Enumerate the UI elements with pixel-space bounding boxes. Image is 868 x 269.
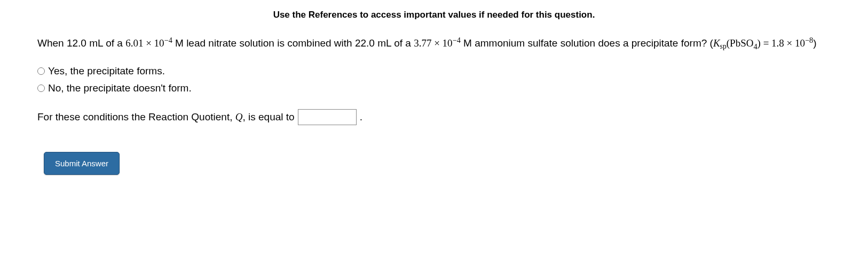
option-yes-row: Yes, the precipitate forms. — [37, 63, 831, 80]
quotient-symbol: Q — [235, 111, 243, 122]
ksp-sp: sp — [720, 42, 727, 50]
quotient-prefix: For these conditions the Reaction Quotie… — [37, 111, 235, 122]
ksp-value: 1.8 × 10−8 — [771, 37, 813, 49]
conc2-base: 3.77 — [414, 37, 431, 49]
header-instruction: Use the References to access important v… — [37, 10, 831, 20]
q-part-a: When — [37, 37, 67, 49]
q-part-c: M lead nitrate solution is combined with — [172, 37, 355, 49]
conc1-base: 6.01 — [125, 37, 143, 49]
option-no-row: No, the precipitate doesn't form. — [37, 80, 831, 97]
ksp-compound-4: 4 — [753, 42, 757, 51]
conc1-exp: −4 — [164, 36, 172, 44]
option-yes-radio[interactable] — [37, 67, 45, 75]
concentration-1: 6.01 × 10−4 — [125, 37, 172, 49]
q-part-d: mL of a — [375, 37, 414, 49]
conc2-exp: −4 — [453, 36, 461, 44]
quotient-middle: , is equal to — [242, 111, 294, 122]
q-part-f: ) — [813, 37, 816, 49]
option-no-label: No, the precipitate doesn't form. — [48, 80, 192, 97]
submit-button[interactable]: Submit Answer — [44, 152, 120, 175]
ksp-compound: PbSO — [730, 37, 753, 49]
times-3: × 10 — [784, 37, 805, 49]
option-no-radio[interactable] — [37, 84, 45, 92]
times-1: × 10 — [143, 37, 164, 49]
concentration-2: 3.77 × 10−4 — [414, 37, 461, 49]
ksp-exp: −8 — [805, 36, 813, 44]
ksp-eq: = — [761, 37, 771, 49]
option-yes-label: Yes, the precipitate forms. — [48, 63, 165, 80]
question-text: When 12.0 mL of a 6.01 × 10−4 M lead nit… — [37, 34, 831, 53]
quotient-suffix: . — [360, 111, 362, 123]
times-2: × 10 — [431, 37, 452, 49]
q-part-b: mL of a — [86, 37, 125, 49]
q-part-e: M ammonium sulfate solution does a preci… — [461, 37, 713, 49]
options-group: Yes, the precipitate forms. No, the prec… — [37, 63, 831, 97]
volume-1: 12.0 — [67, 37, 86, 49]
volume-2: 22.0 — [355, 37, 375, 49]
ksp-base: 1.8 — [771, 37, 784, 49]
quotient-input[interactable] — [298, 109, 357, 125]
ksp-K: K — [713, 37, 720, 49]
reaction-quotient-line: For these conditions the Reaction Quotie… — [37, 109, 831, 125]
